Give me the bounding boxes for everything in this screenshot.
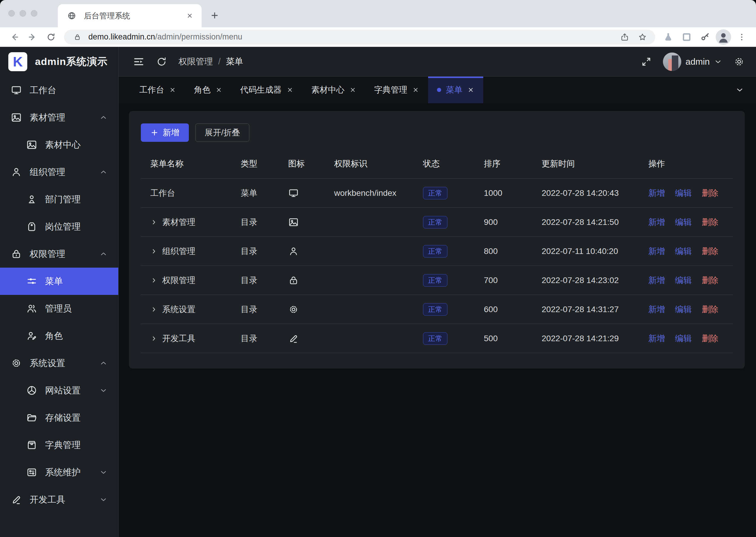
sidebar-item-label: 角色	[45, 330, 108, 342]
sidebar-item-6[interactable]: 岗位管理	[0, 213, 118, 240]
minimize-window-button[interactable]	[19, 10, 26, 17]
kebab-menu-icon[interactable]	[734, 29, 749, 45]
cell-updated-time: 2022-07-11 10:40:20	[532, 247, 639, 256]
tab-close-icon[interactable]	[169, 86, 176, 94]
back-icon[interactable]	[7, 29, 22, 45]
user-avatar	[663, 53, 681, 71]
sidebar-item-11[interactable]: 系统设置	[0, 350, 118, 377]
sidebar-item-10[interactable]: 角色	[0, 322, 118, 350]
reload-icon[interactable]	[43, 29, 59, 45]
cell-status: 正常	[414, 216, 474, 228]
side-panel-icon[interactable]	[679, 29, 694, 45]
cell-type: 菜单	[231, 187, 279, 199]
sidebar-item-13[interactable]: 存储设置	[0, 404, 118, 432]
row-action-edit[interactable]: 编辑	[675, 217, 692, 228]
sidebar-item-3[interactable]: 素材中心	[0, 131, 118, 158]
row-action-edit[interactable]: 编辑	[675, 187, 692, 199]
cell-updated-time: 2022-07-28 14:23:02	[532, 276, 639, 285]
url-text[interactable]: demo.likeadmin.cn/admin/permission/menu	[88, 32, 614, 42]
sidebar-item-16[interactable]: 开发工具	[0, 486, 118, 513]
browser-profile-avatar[interactable]	[716, 29, 731, 45]
row-action-delete[interactable]: 删除	[702, 187, 718, 199]
expand-row-icon[interactable]	[150, 335, 157, 342]
tab-close-icon[interactable]	[412, 86, 419, 94]
fullscreen-icon[interactable]	[641, 56, 652, 67]
page-tab-1[interactable]: 工作台	[131, 76, 185, 103]
cell-actions: 新增编辑删除	[639, 304, 733, 315]
tab-close-icon[interactable]	[286, 86, 293, 94]
sidebar-item-8[interactable]: 菜单	[0, 268, 118, 295]
browser-toolbar: demo.likeadmin.cn/admin/permission/menu	[0, 27, 756, 47]
expand-row-icon[interactable]	[150, 248, 157, 255]
row-action-add[interactable]: 新增	[648, 246, 665, 257]
row-action-delete[interactable]: 删除	[702, 275, 718, 286]
row-action-edit[interactable]: 编辑	[675, 304, 692, 315]
zoom-window-button[interactable]	[31, 10, 37, 17]
sidebar-item-label: 管理员	[45, 303, 108, 315]
sidebar-item-5[interactable]: 部门管理	[0, 186, 118, 213]
row-action-delete[interactable]: 删除	[702, 246, 718, 257]
tabbar-chevron-down-icon[interactable]	[723, 76, 756, 103]
row-action-add[interactable]: 新增	[648, 217, 665, 228]
row-action-delete[interactable]: 删除	[702, 304, 718, 315]
close-window-button[interactable]	[8, 10, 15, 17]
page-tab-4[interactable]: 素材中心	[302, 76, 365, 103]
cell-updated-time: 2022-07-28 14:31:27	[532, 305, 639, 314]
sidebar-item-1[interactable]: 工作台	[0, 76, 118, 104]
collapse-sidebar-icon[interactable]	[133, 56, 145, 68]
sidebar-item-9[interactable]: 管理员	[0, 295, 118, 322]
row-action-delete[interactable]: 删除	[702, 217, 718, 228]
forward-icon[interactable]	[25, 29, 40, 45]
status-badge: 正常	[423, 216, 447, 228]
row-action-edit[interactable]: 编辑	[675, 275, 692, 286]
page-tab-5[interactable]: 字典管理	[365, 76, 428, 103]
row-action-add[interactable]: 新增	[648, 304, 665, 315]
cell-actions: 新增编辑删除	[639, 246, 733, 257]
password-key-icon[interactable]	[697, 29, 713, 45]
sidebar-item-14[interactable]: 字典管理	[0, 432, 118, 459]
row-action-edit[interactable]: 编辑	[675, 246, 692, 257]
row-action-edit[interactable]: 编辑	[675, 333, 692, 344]
page-tab-6[interactable]: 菜单	[428, 76, 483, 103]
sidebar-item-12[interactable]: 网站设置	[0, 377, 118, 404]
add-button[interactable]: 新增	[141, 123, 189, 142]
row-action-add[interactable]: 新增	[648, 187, 665, 199]
user-menu[interactable]: admin	[663, 53, 722, 71]
table-row-5: 系统设置目录正常6002022-07-28 14:31:27新增编辑删除	[141, 295, 733, 324]
chevron-down-icon	[714, 58, 722, 66]
browser-tab[interactable]: 后台管理系统	[58, 4, 202, 27]
sidebar-item-2[interactable]: 素材管理	[0, 104, 118, 131]
menu-name-text: 组织管理	[162, 246, 195, 257]
new-tab-button[interactable]	[208, 8, 222, 22]
breadcrumb-section[interactable]: 权限管理	[178, 56, 213, 68]
page-tab-label: 代码生成器	[240, 84, 282, 96]
menu-table-card: 新增 展开/折叠 菜单名称类型图标权限标识状态排序更新时间操作 工作台菜单wor…	[129, 111, 745, 368]
page-tab-2[interactable]: 角色	[185, 76, 231, 103]
row-action-delete[interactable]: 删除	[702, 333, 718, 344]
sidebar-item-7[interactable]: 权限管理	[0, 240, 118, 268]
refresh-page-icon[interactable]	[156, 56, 167, 67]
row-action-add[interactable]: 新增	[648, 275, 665, 286]
user-icon	[11, 166, 22, 178]
sidebar-item-15[interactable]: 系统维护	[0, 459, 118, 486]
address-bar[interactable]: demo.likeadmin.cn/admin/permission/menu	[64, 30, 655, 45]
bookmark-star-icon[interactable]	[636, 30, 649, 44]
row-action-add[interactable]: 新增	[648, 333, 665, 344]
cell-icon	[279, 275, 324, 286]
table-row-4: 权限管理目录正常7002022-07-28 14:23:02新增编辑删除	[141, 266, 733, 295]
settings-gear-icon[interactable]	[734, 56, 745, 67]
page-tab-3[interactable]: 代码生成器	[231, 76, 302, 103]
sidebar-item-4[interactable]: 组织管理	[0, 158, 118, 186]
tab-close-icon[interactable]	[215, 86, 222, 94]
pencil-icon	[11, 494, 22, 505]
tab-close-icon[interactable]	[467, 86, 474, 94]
expand-row-icon[interactable]	[150, 277, 157, 284]
extension-flask-icon[interactable]	[661, 29, 676, 45]
expand-collapse-button[interactable]: 展开/折叠	[195, 123, 249, 142]
tab-close-icon[interactable]	[349, 86, 357, 94]
share-icon[interactable]	[618, 30, 631, 44]
sidebar-item-label: 字典管理	[45, 439, 108, 451]
expand-row-icon[interactable]	[150, 306, 157, 313]
expand-row-icon[interactable]	[150, 219, 157, 226]
tab-close-icon[interactable]	[185, 11, 195, 21]
